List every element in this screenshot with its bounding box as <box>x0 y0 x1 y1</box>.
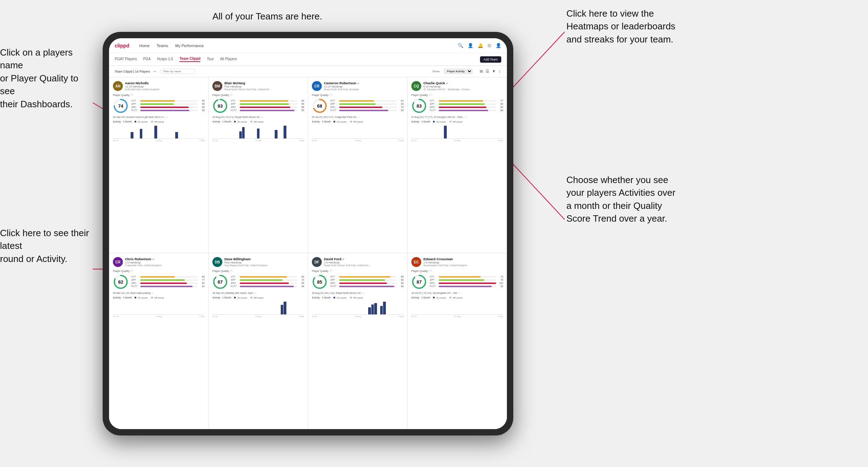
search-icon[interactable]: 🔍 <box>458 43 463 48</box>
recent-round[interactable]: 07 Aug 23 | 77 (+7), St George's Hill GC… <box>411 116 503 118</box>
player-card[interactable]: CR Chris Robertson ✔ 1-5 Handicap Craigm… <box>109 253 209 429</box>
player-name[interactable]: Dave Billingham <box>224 257 304 261</box>
add-team-button[interactable]: Add Team <box>480 56 501 63</box>
score-circle[interactable]: 93 <box>212 98 228 114</box>
bell-icon[interactable]: 🔔 <box>478 43 483 48</box>
list-view-icon[interactable]: ☰ <box>485 68 490 74</box>
on-course-label: On course <box>237 121 247 123</box>
recent-round[interactable]: 05 Mar 23 | 19, Must make putting → <box>113 292 205 294</box>
recent-round[interactable]: 02 Sep 23 | Sunset round to get back int… <box>113 116 205 118</box>
tab-tour[interactable]: Tour <box>207 57 213 62</box>
tab-hcaps[interactable]: Hcaps 1-5 <box>157 57 173 62</box>
stat-value: 80 <box>497 103 503 105</box>
tab-pga[interactable]: PGA <box>143 57 150 62</box>
sort-icon[interactable]: ↕ <box>498 68 502 74</box>
settings-icon[interactable]: ⊙ <box>487 43 491 48</box>
quality-section[interactable]: 74 OTT 60 APP 58 ARG 84 PUTT <box>113 98 205 114</box>
quality-section[interactable]: 87 OTT 82 APP 74 ARG 85 PUTT <box>212 274 304 290</box>
player-card[interactable]: AN Aaron Nicholls 11-15 Handicap Drift G… <box>109 77 209 253</box>
stat-bar-bg <box>439 283 496 284</box>
player-name[interactable]: David Ford ✔ <box>324 257 404 261</box>
stat-row-putt: PUTT 91 <box>131 285 205 287</box>
grid-view-icon[interactable]: ⊞ <box>479 68 484 74</box>
stat-bar-bg <box>240 110 297 111</box>
verified-badge: ✔ <box>342 258 344 261</box>
chart-bar <box>383 302 386 314</box>
player-name[interactable]: Cameron Robertson ✔ <box>324 81 404 85</box>
player-card[interactable]: CQ Charlie Quick ✔ 6-10 Handicap St. Geo… <box>407 77 507 253</box>
quality-section[interactable]: 93 OTT 84 APP 85 ARG 88 PUTT <box>212 98 304 114</box>
quality-section[interactable]: 82 OTT 60 APP 77 ARG 81 PUTT <box>113 274 205 290</box>
user-icon[interactable]: 👤 <box>468 43 473 48</box>
player-info: Blair McHarg Plus Handicap Royal North D… <box>224 81 304 91</box>
recent-round[interactable]: 02 Jul 23 | 59 (+17), Craigmillar Park G… <box>312 116 404 118</box>
quality-label: Player Quality ⓘ <box>411 269 503 273</box>
stat-bar <box>140 103 174 105</box>
player-name[interactable]: Chris Robertson ✔ <box>125 257 205 261</box>
player-card[interactable]: DB Dave Billingham Plus Handicap Sog Mag… <box>209 253 308 429</box>
chart-label-end: 4 Sep <box>200 139 205 142</box>
stat-label: ARG <box>430 106 438 108</box>
score-circle[interactable]: 82 <box>113 274 129 290</box>
off-course-dot <box>151 297 153 298</box>
avatar-icon[interactable]: 👤 <box>496 43 501 48</box>
recent-round[interactable]: 18 Jul 23 | 74 (+4), Sunningdale GC - Ol… <box>411 292 503 294</box>
recent-round[interactable]: 04 Sep 23 | Mobility with coach, Gym → <box>212 292 304 294</box>
quality-section[interactable]: 85 OTT 89 APP 80 ARG 83 PUTT <box>312 274 404 290</box>
filter-icon[interactable]: ▼ <box>491 68 497 74</box>
quality-section[interactable]: 83 OTT 77 APP 80 ARG 83 PUTT <box>411 98 503 114</box>
recent-round[interactable]: 26 Aug 23 | 84 (+12), Royal North Devon … <box>312 292 404 294</box>
player-card[interactable]: DF David Ford ✔ 1-5 Handicap Royal North… <box>308 253 407 429</box>
stat-label: APP <box>131 103 139 105</box>
stat-row-arg: ARG 75 <box>330 106 404 108</box>
chart-label-end: 4 Sep <box>399 315 404 318</box>
player-club: Sunningdale Golf Club, United Kingdom <box>423 264 503 267</box>
stat-value: 82 <box>298 275 304 278</box>
on-course-label: On course <box>436 121 446 123</box>
quality-label: Player Quality ⓘ <box>212 269 304 273</box>
score-circle[interactable]: 74 <box>113 98 129 114</box>
tab-team-clippd[interactable]: Team Clippd <box>179 57 200 62</box>
player-name[interactable]: Charlie Quick ✔ <box>423 81 503 85</box>
stat-bar <box>339 283 387 284</box>
player-club: Royal North Devon Golf Club, United Kin.… <box>324 264 404 267</box>
player-card[interactable]: EC Edward Crossman 1-5 Handicap Sunningd… <box>407 253 507 429</box>
quality-section[interactable]: 87 OTT 73 APP 79 ARG 103 PUTT <box>411 274 503 290</box>
player-card[interactable]: CR Cameron Robertson ✔ 11-15 Handicap Ro… <box>308 77 407 253</box>
filter-input[interactable] <box>160 69 195 74</box>
score-number: 85 <box>317 279 322 285</box>
edit-icon[interactable]: ✏ <box>154 70 156 73</box>
player-name[interactable]: Aaron Nicholls <box>125 81 205 85</box>
player-name[interactable]: Blair McHarg <box>224 81 304 85</box>
stat-bar-bg <box>439 107 496 108</box>
score-circle[interactable]: 87 <box>212 274 228 290</box>
stat-bar <box>339 107 382 108</box>
score-circle[interactable]: 68 <box>312 98 327 114</box>
tab-pgat[interactable]: PGAT Players <box>115 57 137 62</box>
player-card[interactable]: BM Blair McHarg Plus Handicap Royal Nort… <box>209 77 308 253</box>
recent-round[interactable]: 26 Aug 23 | 73 (+1), Royal North Devon G… <box>212 116 304 118</box>
nav-home[interactable]: Home <box>139 44 149 48</box>
verified-badge: ✔ <box>152 258 154 261</box>
score-circle[interactable]: 83 <box>411 98 427 114</box>
score-circle[interactable]: 85 <box>312 274 327 290</box>
stat-value: 74 <box>298 279 304 281</box>
show-select[interactable]: Player Activity <box>444 69 473 74</box>
player-name[interactable]: Edward Crossman <box>423 257 503 261</box>
stat-bar <box>140 279 185 281</box>
off-course-dot <box>350 297 352 298</box>
tab-all-players[interactable]: All Players <box>220 57 237 62</box>
mini-chart <box>212 300 304 315</box>
nav-performance[interactable]: My Performance <box>175 44 204 48</box>
stat-label: APP <box>231 279 239 281</box>
stats-table: OTT 73 APP 79 ARG 103 PUTT 92 <box>430 275 503 288</box>
mini-chart <box>411 300 503 315</box>
activity-label: Activity · 1 Month On course Off course <box>212 120 304 123</box>
avatar: DB <box>212 257 222 267</box>
nav-teams[interactable]: Teams <box>157 44 168 48</box>
score-circle[interactable]: 87 <box>411 274 427 290</box>
chart-bar <box>368 307 371 314</box>
recent-text: 02 Sep 23 | Sunset round to get back int… <box>113 116 168 118</box>
chart-bar <box>284 126 286 138</box>
quality-section[interactable]: 68 OTT 61 APP 63 ARG 75 PUTT <box>312 98 404 114</box>
